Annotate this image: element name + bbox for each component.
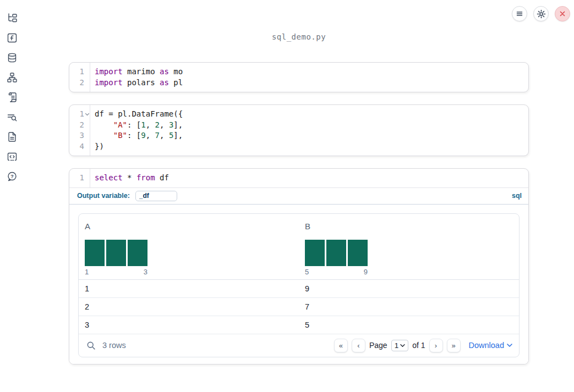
histogram-min-label: 1 <box>85 268 89 276</box>
page-of-label: of 1 <box>412 341 425 350</box>
download-label: Download <box>469 341 505 350</box>
line-number: 1 <box>69 109 84 120</box>
documentation-icon[interactable] <box>6 131 18 143</box>
prev-page-button[interactable]: ‹ <box>352 339 365 352</box>
notebook-filename: sql_demo.py <box>69 32 529 41</box>
column-name: B <box>305 222 512 231</box>
line-number: 2 <box>69 120 84 131</box>
column-histogram: 5 9 <box>305 240 368 276</box>
output-variable-label: Output variable: <box>77 192 130 200</box>
sql-output-variable-bar: Output variable: sql <box>69 188 528 205</box>
cell-output: A 1 3 B <box>69 205 528 364</box>
fold-gutter <box>84 173 90 184</box>
line-number: 1 <box>69 67 84 78</box>
fold-gutter <box>84 78 90 89</box>
histogram-bar[interactable] <box>305 240 325 266</box>
row-count: 3 rows <box>102 341 126 350</box>
histogram-max-label: 9 <box>364 268 368 276</box>
histogram-bar[interactable] <box>348 240 368 266</box>
line-number: 1 <box>69 173 84 184</box>
settings-gear-icon[interactable] <box>533 6 549 21</box>
histogram-bar[interactable] <box>326 240 346 266</box>
notebook: sql_demo.py 1import marimo as mo2import … <box>69 0 529 365</box>
help-icon[interactable]: ? <box>6 170 18 183</box>
table-footer: 3 rows « ‹ Page 1 of 1 › » <box>79 334 519 357</box>
fold-chevron-icon[interactable] <box>84 109 90 120</box>
last-page-button[interactable]: » <box>447 339 461 352</box>
next-page-button[interactable]: › <box>429 339 443 352</box>
dependency-graph-icon[interactable] <box>6 71 18 84</box>
page-select-value: 1 <box>395 341 399 350</box>
dataframe-table: A 1 3 B <box>78 213 520 357</box>
fold-gutter <box>84 141 90 152</box>
histogram-bars <box>85 240 147 266</box>
code-text: select * from df <box>90 173 169 184</box>
sql-code-editor[interactable]: 1select * from df <box>69 169 528 188</box>
svg-text:?: ? <box>10 174 14 179</box>
table-cell: 9 <box>299 280 519 297</box>
page-label: Page <box>369 341 387 350</box>
table-row[interactable]: 35 <box>79 316 519 334</box>
fold-gutter <box>84 67 90 78</box>
download-button[interactable]: Download <box>469 341 513 350</box>
histogram-bar[interactable] <box>128 240 147 266</box>
code-text: import marimo as mo <box>90 67 183 78</box>
code-line[interactable]: 3 "B": [9, 7, 5], <box>69 130 528 141</box>
code-editor[interactable]: 1df = pl.DataFrame({2 "A": [1, 2, 3],3 "… <box>69 105 528 156</box>
line-number: 3 <box>69 130 84 141</box>
page-select[interactable]: 1 <box>391 340 409 351</box>
data-sources-icon[interactable] <box>6 52 18 64</box>
code-line[interactable]: 1df = pl.DataFrame({ <box>69 109 528 120</box>
code-text: "B": [9, 7, 5], <box>90 130 183 141</box>
table-cell: 2 <box>79 298 299 316</box>
code-line[interactable]: 1select * from df <box>69 173 528 184</box>
table-row[interactable]: 27 <box>79 298 519 316</box>
table-cell: 3 <box>79 316 299 334</box>
outline-search-icon[interactable] <box>6 111 18 123</box>
histogram-min-label: 5 <box>305 268 309 276</box>
column-header-a[interactable]: A 1 3 <box>79 214 299 279</box>
table-cell: 1 <box>79 280 299 297</box>
code-text: }) <box>90 141 104 152</box>
histogram-bar[interactable] <box>106 240 126 266</box>
logs-icon[interactable] <box>6 91 18 103</box>
search-icon[interactable] <box>86 341 96 350</box>
chevron-down-icon <box>507 343 512 347</box>
histogram-bar[interactable] <box>85 240 105 266</box>
fold-gutter <box>84 130 90 141</box>
code-cell-imports[interactable]: 1import marimo as mo2import polars as pl <box>69 62 529 92</box>
sql-language-badge: sql <box>512 192 522 200</box>
line-number: 2 <box>69 78 84 89</box>
first-page-button[interactable]: « <box>334 339 348 352</box>
table-cell: 7 <box>299 298 519 316</box>
table-body: 192735 <box>79 280 519 334</box>
table-header: A 1 3 B <box>79 214 519 280</box>
output-variable-input[interactable] <box>135 191 177 201</box>
histogram-max-label: 3 <box>144 268 147 276</box>
code-text: import polars as pl <box>90 78 183 89</box>
histogram-bars <box>305 240 368 266</box>
code-editor[interactable]: 1import marimo as mo2import polars as pl <box>69 63 528 92</box>
column-header-b[interactable]: B 5 9 <box>299 214 519 279</box>
code-line[interactable]: 2import polars as pl <box>69 78 528 89</box>
code-cell-dataframe[interactable]: 1df = pl.DataFrame({2 "A": [1, 2, 3],3 "… <box>69 104 529 156</box>
code-line[interactable]: 1import marimo as mo <box>69 67 528 78</box>
snippets-icon[interactable] <box>6 151 18 163</box>
fold-gutter <box>84 120 90 131</box>
variables-icon[interactable] <box>6 32 18 44</box>
code-line[interactable]: 4}) <box>69 141 528 152</box>
code-line[interactable]: 2 "A": [1, 2, 3], <box>69 120 528 131</box>
close-icon[interactable] <box>555 6 570 21</box>
code-text: "A": [1, 2, 3], <box>90 120 183 131</box>
line-number: 4 <box>69 141 84 152</box>
table-cell: 5 <box>299 316 519 334</box>
sql-cell[interactable]: 1select * from df Output variable: sql A… <box>69 168 529 365</box>
file-explorer-icon[interactable] <box>6 12 18 24</box>
column-name: A <box>85 222 292 231</box>
code-text: df = pl.DataFrame({ <box>90 109 183 120</box>
chevron-down-icon <box>400 344 405 347</box>
pagination: « ‹ Page 1 of 1 › » <box>334 339 461 352</box>
table-row[interactable]: 19 <box>79 280 519 298</box>
helper-sidebar: ? <box>0 0 24 392</box>
column-histogram: 1 3 <box>85 240 147 276</box>
